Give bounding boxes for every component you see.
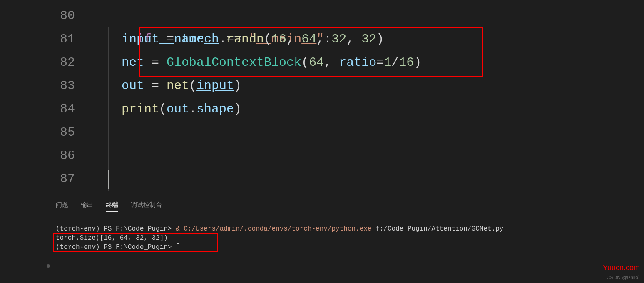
tab-output[interactable]: 输出 bbox=[81, 201, 93, 212]
terminal-argument: f:/Code_Pugin/Attention/GCNet.py bbox=[372, 225, 504, 233]
code-line[interactable]: 82 net = GlobalContextBlock(64, ratio=1/… bbox=[0, 51, 644, 74]
operator-assign: = bbox=[159, 32, 182, 46]
number-literal: 64 bbox=[309, 55, 324, 70]
paren-open: ( bbox=[301, 55, 309, 70]
watermark-site: Yuucn.com bbox=[603, 263, 640, 272]
code-line[interactable]: 83 out = net(input) bbox=[0, 74, 644, 97]
number-literal: 64 bbox=[301, 32, 316, 46]
comma: , bbox=[286, 32, 301, 46]
comma: , bbox=[346, 32, 361, 46]
line-number: 83 bbox=[0, 74, 92, 97]
paren-close: ) bbox=[414, 55, 421, 70]
identifier-input: input bbox=[122, 32, 159, 46]
editor-area[interactable]: 80 if __name__ == "__main__": 81 input =… bbox=[0, 0, 644, 196]
line-number: 85 bbox=[0, 121, 92, 144]
terminal-output: torch.Size([16, 64, 32, 32]) bbox=[56, 233, 644, 243]
operator-assign: = bbox=[376, 55, 384, 70]
tab-terminal[interactable]: 终端 bbox=[106, 201, 118, 212]
paren-close: ) bbox=[376, 32, 384, 46]
terminal-command: C:/Users/admin/.conda/envs/torch-env/pyt… bbox=[184, 225, 371, 233]
operator-assign: = bbox=[144, 79, 167, 93]
function-print: print bbox=[122, 102, 159, 116]
terminal-line: (torch-env) PS F:\Code_Pugin> bbox=[56, 243, 644, 252]
number-literal: 32 bbox=[331, 32, 346, 46]
terminal-content[interactable]: (torch-env) PS F:\Code_Pugin> & C:/Users… bbox=[0, 212, 644, 252]
operator-slash: / bbox=[391, 55, 399, 70]
operator-assign: = bbox=[144, 55, 167, 70]
code-line[interactable]: 85 bbox=[0, 121, 644, 144]
argument-input: input bbox=[196, 79, 234, 93]
comma: , bbox=[316, 32, 331, 46]
number-literal: 16 bbox=[399, 55, 414, 70]
identifier-torch: torch bbox=[182, 32, 219, 46]
number-literal: 32 bbox=[361, 32, 376, 46]
terminal-cursor bbox=[177, 243, 179, 249]
paren-close: ) bbox=[234, 102, 241, 116]
terminal-prompt: (torch-env) PS F:\Code_Pugin> bbox=[56, 225, 176, 233]
callable-net: net bbox=[167, 79, 189, 93]
number-literal: 1 bbox=[384, 55, 391, 70]
code-line[interactable]: 84 print(out.shape) bbox=[0, 97, 644, 121]
identifier-out: out bbox=[122, 79, 144, 93]
number-literal: 16 bbox=[271, 32, 286, 46]
line-number: 82 bbox=[0, 51, 92, 74]
code-line[interactable]: 86 bbox=[0, 144, 644, 167]
attribute-shape: shape bbox=[196, 102, 234, 116]
paren-open: ( bbox=[189, 79, 196, 93]
terminal-prompt: (torch-env) PS F:\Code_Pugin> bbox=[56, 243, 176, 251]
paren-open: ( bbox=[159, 102, 167, 116]
line-number: 86 bbox=[0, 144, 92, 167]
class-name: GlobalContextBlock bbox=[167, 55, 301, 70]
line-number: 80 bbox=[0, 4, 92, 27]
identifier-net: net bbox=[122, 55, 144, 70]
line-number: 84 bbox=[0, 97, 92, 121]
line-number: 87 bbox=[0, 167, 92, 191]
code-line[interactable]: 81 input = torch.randn(16, 64, 32, 32) bbox=[0, 27, 644, 51]
identifier-out: out bbox=[167, 102, 189, 116]
terminal-ampersand: & bbox=[176, 225, 184, 233]
paren-open: ( bbox=[264, 32, 271, 46]
panel-tab-bar: 问题 输出 终端 调试控制台 bbox=[0, 196, 644, 212]
editor-cursor bbox=[108, 170, 109, 189]
terminal-line: (torch-env) PS F:\Code_Pugin> & C:/Users… bbox=[56, 224, 644, 233]
bottom-panel: 问题 输出 终端 调试控制台 (torch-env) PS F:\Code_Pu… bbox=[0, 196, 644, 283]
watermark-csdn: CSDN @Philo` bbox=[607, 275, 640, 281]
line-number: 81 bbox=[0, 27, 92, 51]
function-randn: randn bbox=[226, 32, 264, 46]
tab-problems[interactable]: 问题 bbox=[56, 201, 68, 212]
code-line[interactable]: 80 if __name__ == "__main__": bbox=[0, 4, 644, 27]
paren-close: ) bbox=[234, 79, 241, 93]
comma: , bbox=[324, 55, 339, 70]
dot: . bbox=[189, 102, 196, 116]
tab-debug-console[interactable]: 调试控制台 bbox=[131, 201, 162, 212]
dot: . bbox=[219, 32, 226, 46]
param-ratio: ratio bbox=[339, 55, 376, 70]
code-line[interactable]: 87 bbox=[0, 167, 644, 191]
scrollbar-indicator-icon bbox=[47, 264, 50, 268]
